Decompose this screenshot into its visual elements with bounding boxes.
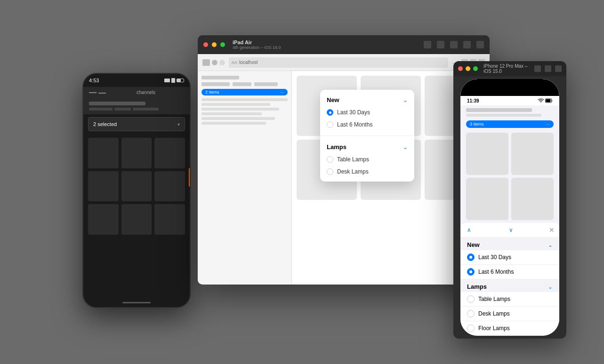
- iphone-item-2[interactable]: [511, 133, 554, 175]
- iphone-filter-badge[interactable]: 3 Items ···: [466, 120, 554, 128]
- ipad-sidebar-skeleton-2: [201, 103, 270, 106]
- iphone-badge-text: 3 Items: [470, 122, 484, 127]
- ipad-sidebar: 2 Items ···: [198, 71, 292, 285]
- ipad-forward-icon[interactable]: ›: [219, 60, 225, 65]
- android-subtitle-blocks: [89, 108, 184, 111]
- ipad-sidebar-block-3: [233, 82, 251, 86]
- iphone-titlebar-icons: [534, 65, 562, 72]
- iphone-filter-lamps-chevron-icon: ⌄: [548, 284, 553, 290]
- ipad-popup-table-lamps-item[interactable]: Table Lamps: [320, 153, 414, 166]
- ipad-popup-last30-item[interactable]: Last 30 Days: [320, 106, 414, 119]
- ipad-sidebar-block-2: [201, 82, 230, 86]
- iphone-wifi-icon: [538, 98, 544, 103]
- iphone-notch: [489, 79, 531, 89]
- android-dropdown[interactable]: 2 selected ▾: [88, 117, 185, 131]
- ipad-title-sub: 4th generation – iOS 16.0: [233, 45, 420, 50]
- iphone-home-icon[interactable]: [534, 65, 541, 72]
- svg-rect-2: [546, 99, 551, 102]
- android-signal-icon: [171, 78, 175, 83]
- ipad-settings-icon[interactable]: [463, 41, 471, 48]
- ipad-sidebar-block-4: [254, 82, 278, 86]
- iphone-titlebar: iPhone 12 Pro Max – iOS 15.0: [453, 61, 566, 76]
- ipad-camera-icon[interactable]: [437, 41, 444, 48]
- ipad-titlebar-icons: [424, 41, 484, 48]
- android-grid-item-6[interactable]: [154, 171, 185, 202]
- ipad-popup-desk-lamps-item[interactable]: Desk Lamps: [320, 166, 414, 178]
- android-sub1: [89, 108, 113, 111]
- android-grid: [83, 134, 190, 238]
- iphone-filter-close-button[interactable]: ✕: [549, 226, 555, 234]
- ipad-browser-toolbar: ‹ › AA localhost ···: [198, 54, 490, 71]
- iphone-battery-icon: [545, 98, 553, 103]
- android-grid-item-1[interactable]: [88, 138, 119, 168]
- iphone-filter-table-lamps-radio: [467, 295, 475, 303]
- iphone-title-skeleton: [466, 108, 532, 112]
- ipad-popup-table-lamps-radio: [327, 156, 333, 163]
- ipad-popup-desk-lamps-label: Desk Lamps: [337, 168, 369, 175]
- android-grid-item-9[interactable]: [154, 204, 185, 235]
- ipad-sidebar-row-1: [201, 76, 288, 79]
- ipad-popup-new-label: New: [327, 96, 339, 103]
- ipad-popup-new-header[interactable]: New ⌄: [320, 94, 414, 106]
- ipad-close-button[interactable]: [203, 42, 208, 47]
- android-header: [83, 98, 190, 114]
- iphone-share-icon[interactable]: [555, 65, 562, 72]
- iphone-filter-floor-lamps-radio: [467, 324, 475, 332]
- iphone-camera-icon[interactable]: [545, 65, 551, 72]
- android-sub3: [133, 108, 159, 111]
- iphone-maximize-button[interactable]: [473, 66, 478, 71]
- iphone-item-1[interactable]: [466, 133, 508, 175]
- iphone-window: iPhone 12 Pro Max – iOS 15.0 11:39: [453, 61, 566, 339]
- iphone-filter-last6-item[interactable]: Last 6 Months: [460, 265, 559, 279]
- iphone-close-button[interactable]: [458, 66, 463, 71]
- android-grid-item-8[interactable]: [121, 204, 152, 235]
- android-sub2: [114, 108, 131, 111]
- iphone-content[interactable]: 3 Items ··· ∧ ∨ ✕ New: [460, 105, 559, 336]
- android-nav-title: channels: [108, 90, 184, 95]
- iphone-filter-new-label: New: [467, 241, 480, 248]
- ipad-rotate-icon[interactable]: [476, 41, 484, 48]
- iphone-filter-floor-lamps-item[interactable]: Floor Lamps: [460, 321, 559, 336]
- iphone-filter-new-chevron-icon: ⌄: [548, 242, 553, 248]
- ipad-toolbar-left: ‹ ›: [202, 59, 225, 66]
- ipad-popup-last30-radio: [327, 109, 333, 116]
- ipad-home-icon[interactable]: [424, 41, 431, 48]
- ipad-filter-popup: New ⌄ Last 30 Days Last 6 Months: [320, 90, 414, 182]
- iphone-filter-lamps-header[interactable]: Lamps ⌄: [460, 279, 559, 292]
- ipad-popup-lamps-section: Lamps ⌄ Table Lamps Desk Lamps: [320, 137, 414, 182]
- ipad-back-icon[interactable]: ‹: [212, 60, 217, 65]
- android-grid-item-5[interactable]: [121, 171, 152, 202]
- ipad-popup-desk-lamps-radio: [327, 168, 333, 175]
- ipad-filter-badge[interactable]: 2 Items ···: [201, 89, 288, 95]
- iphone-filter-down-button[interactable]: ∨: [507, 226, 515, 234]
- iphone-filter-desk-lamps-label: Desk Lamps: [478, 310, 510, 317]
- ipad-minimize-button[interactable]: [212, 42, 217, 47]
- android-grid-item-3[interactable]: [154, 138, 185, 168]
- iphone-item-4[interactable]: [511, 178, 554, 220]
- ipad-sidebar-toggle-icon[interactable]: [202, 59, 210, 66]
- iphone-filter-last30-item[interactable]: Last 30 Days: [460, 250, 559, 265]
- android-nav-bar: channels: [83, 87, 190, 98]
- iphone-minimize-button[interactable]: [466, 66, 470, 71]
- ipad-popup-table-lamps-label: Table Lamps: [337, 156, 369, 163]
- iphone-filter-up-button[interactable]: ∧: [465, 226, 473, 234]
- ipad-sidebar-skeleton-1: [201, 98, 288, 101]
- android-grid-item-7[interactable]: [88, 204, 119, 235]
- android-grid-item-2[interactable]: [121, 138, 152, 168]
- ipad-popup-new-chevron-icon: ⌄: [403, 97, 408, 103]
- android-grid-item-4[interactable]: [88, 171, 119, 202]
- ipad-maximize-button[interactable]: [220, 42, 225, 47]
- ipad-badge-text: 2 Items: [205, 90, 219, 95]
- ipad-address-bar[interactable]: AA localhost: [229, 57, 448, 68]
- ipad-popup-last6-item[interactable]: Last 6 Months: [320, 119, 414, 131]
- iphone-item-3[interactable]: [466, 178, 508, 220]
- iphone-filter-new-header[interactable]: New ⌄: [460, 237, 559, 250]
- ipad-popup-lamps-header[interactable]: Lamps ⌄: [320, 141, 414, 153]
- ipad-sidebar-row-2: [201, 82, 288, 86]
- iphone-notch-area: [460, 79, 559, 96]
- iphone-filter-table-lamps-item[interactable]: Table Lamps: [460, 292, 559, 307]
- ipad-share-icon[interactable]: [450, 41, 458, 48]
- ipad-content: 2 Items ···: [198, 71, 490, 285]
- iphone-filter-desk-lamps-item[interactable]: Desk Lamps: [460, 307, 559, 321]
- ipad-titlebar: iPad Air 4th generation – iOS 16.0: [198, 35, 490, 54]
